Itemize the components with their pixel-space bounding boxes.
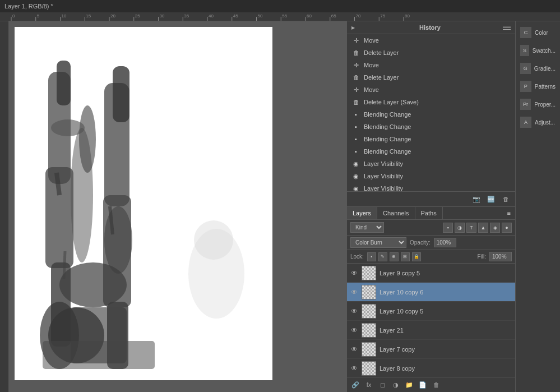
lock-padlock-btn[interactable]: 🔒	[412, 252, 421, 261]
lock-label: Lock:	[350, 253, 364, 260]
canvas-image	[15, 27, 272, 380]
history-item-label: Blending Change	[364, 111, 411, 118]
fill-input[interactable]	[489, 252, 512, 261]
svg-text:35: 35	[184, 13, 189, 19]
adjustment-filter-icon[interactable]: ◑	[455, 223, 465, 233]
history-item[interactable]: 🗑 Delete Layer	[347, 71, 515, 84]
history-item[interactable]: ▪ Blending Change	[347, 145, 515, 158]
layers-panel: Layers Channels Paths ≡ Kind ▪ ◑ T ▲ ◈ ●	[347, 207, 515, 392]
far-right-panel-label: Patterns	[535, 84, 556, 90]
lock-icons: ▪ ✎ ⊕ ⊞ 🔒	[367, 252, 421, 261]
layer-item[interactable]: 👁 Layer 8 copy	[347, 359, 515, 377]
lock-position-btn[interactable]: ✎	[378, 252, 387, 261]
layers-menu-icon[interactable]: ≡	[503, 207, 515, 219]
history-snapshot-icon[interactable]: 📷	[471, 194, 482, 204]
new-layer-icon[interactable]: 📄	[418, 380, 428, 390]
ruler-vertical	[0, 21, 9, 392]
svg-text:70: 70	[356, 13, 361, 19]
lock-pixels-btn[interactable]: ▪	[367, 252, 376, 261]
history-item[interactable]: ✛ Move	[347, 59, 515, 71]
layer-visibility-icon[interactable]: 👁	[350, 307, 358, 315]
history-item[interactable]: ▪ Blending Change	[347, 133, 515, 145]
history-item[interactable]: ◉ Layer Visibility	[347, 182, 515, 191]
history-new-state-icon[interactable]: 🆕	[486, 194, 496, 204]
layers-tabs: Layers Channels Paths ≡	[347, 207, 515, 220]
top-bar: Layer 1, RGB/8) *	[0, 0, 560, 12]
layer-item[interactable]: 👁 Layer 10 copy 6	[347, 283, 515, 302]
canvas-content	[15, 27, 272, 380]
layer-visibility-icon[interactable]: 👁	[350, 365, 358, 372]
history-item[interactable]: ◉ Layer Visibility	[347, 170, 515, 182]
layer-visibility-icon[interactable]: 👁	[350, 345, 358, 353]
far-right-item-patterns[interactable]: P Patterns	[516, 77, 560, 95]
history-item-label: Blending Change	[364, 123, 411, 130]
layer-thumbnail	[362, 361, 376, 376]
tab-paths[interactable]: Paths	[415, 207, 443, 219]
lock-all-btn[interactable]: ⊕	[390, 252, 399, 261]
canvas-area[interactable]	[9, 21, 347, 392]
svg-text:25: 25	[135, 13, 140, 19]
history-delete-icon[interactable]: 🗑	[501, 194, 511, 204]
lock-row: Lock: ▪ ✎ ⊕ ⊞ 🔒 Fill:	[347, 250, 515, 264]
layer-thumbnail	[362, 266, 376, 280]
type-filter-icon[interactable]: T	[466, 223, 476, 233]
layer-item[interactable]: 👁 Layer 9 copy 5	[347, 264, 515, 283]
history-item[interactable]: 🗑 Delete Layer (Save)	[347, 96, 515, 108]
layer-visibility-icon[interactable]: 👁	[350, 269, 358, 277]
svg-text:20: 20	[110, 13, 115, 19]
history-list[interactable]: ✛ Move 🗑 Delete Layer ✛ Move 🗑 Delete La…	[347, 34, 515, 191]
layer-item[interactable]: 👁 Layer 7 copy	[347, 340, 515, 359]
history-item-label: Blending Change	[364, 136, 411, 142]
history-item[interactable]: ◉ Layer Visibility	[347, 158, 515, 170]
opacity-input[interactable]	[434, 238, 456, 247]
tab-layers[interactable]: Layers	[347, 207, 377, 219]
far-right-item-swatch[interactable]: S Swatch...	[516, 41, 560, 59]
history-item[interactable]: ▪ Blending Change	[347, 108, 515, 121]
history-bottom-toolbar: 📷 🆕 🗑	[347, 191, 515, 206]
layer-visibility-icon[interactable]: 👁	[350, 326, 358, 334]
history-panel-title: History	[419, 24, 441, 31]
layer-name: Layer 21	[379, 327, 512, 334]
ruler-horizontal: /* ruler ticks rendered in JS below */ 0…	[0, 12, 560, 21]
layer-visibility-icon[interactable]: 👁	[350, 288, 358, 296]
far-right-item-gradie[interactable]: G Gradie...	[516, 59, 560, 77]
filter-icons: ▪ ◑ T ▲ ◈ ●	[443, 223, 512, 233]
link-layers-icon[interactable]: 🔗	[350, 380, 360, 390]
history-item[interactable]: 🗑 Delete Layer	[347, 47, 515, 59]
far-right-item-adjust[interactable]: A Adjust...	[516, 113, 560, 131]
history-item-label: Layer Visibility	[364, 160, 403, 167]
history-item-label: Delete Layer	[364, 74, 399, 81]
lock-artboard-btn[interactable]: ⊞	[401, 252, 410, 261]
delete-layer-icon[interactable]: 🗑	[431, 380, 441, 390]
smartobject-filter-icon[interactable]: ◈	[490, 223, 500, 233]
far-right-panel-label: Adjust...	[535, 119, 555, 126]
shape-filter-icon[interactable]: ▲	[478, 223, 488, 233]
pixel-filter-icon[interactable]: ▪	[443, 223, 453, 233]
layer-item[interactable]: 👁 Layer 21	[347, 321, 515, 340]
layer-list[interactable]: 👁 Layer 9 copy 5 👁 Layer 10 copy 6 👁 Lay…	[347, 264, 515, 377]
far-right-item-color[interactable]: C Color	[516, 24, 560, 41]
layer-style-icon[interactable]: fx	[364, 380, 374, 390]
history-menu-icon[interactable]	[503, 24, 511, 31]
history-item[interactable]: ✛ Move	[347, 84, 515, 96]
history-item-icon: ✛	[351, 36, 360, 45]
svg-line-55	[57, 173, 59, 195]
history-item[interactable]: ▪ Blending Change	[347, 121, 515, 133]
layer-thumbnail	[362, 304, 376, 319]
layer-mask-icon[interactable]: ◻	[377, 380, 387, 390]
svg-line-57	[64, 251, 65, 279]
history-collapse-icon[interactable]: ▶	[351, 25, 355, 30]
history-item-label: Layer Visibility	[364, 173, 403, 179]
tab-channels[interactable]: Channels	[377, 207, 415, 219]
new-group-icon[interactable]: 📁	[404, 380, 414, 390]
new-fill-layer-icon[interactable]: ◑	[391, 380, 401, 390]
svg-text:30: 30	[160, 13, 165, 19]
filter-toggle-icon[interactable]: ●	[502, 223, 512, 233]
history-item[interactable]: ✛ Move	[347, 34, 515, 47]
far-right-item-proper[interactable]: Pr Proper...	[516, 95, 560, 113]
history-item-icon: 🗑	[351, 48, 360, 57]
layer-item[interactable]: 👁 Layer 10 copy 5	[347, 302, 515, 321]
blend-mode-select[interactable]: Color Burn Normal Multiply Screen Overla…	[350, 237, 406, 248]
far-right-panel-label: Gradie...	[534, 66, 556, 72]
kind-filter-select[interactable]: Kind	[350, 222, 384, 233]
